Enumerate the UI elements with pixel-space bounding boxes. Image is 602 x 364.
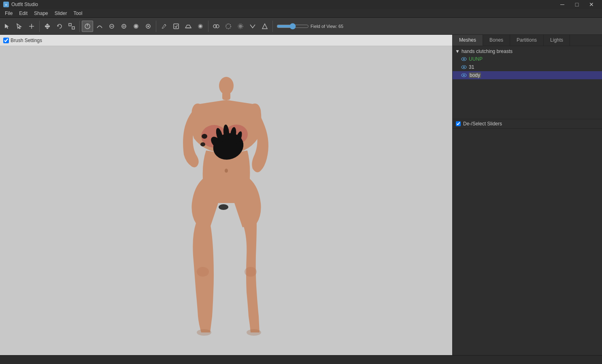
transform-tool-button[interactable] <box>14 21 25 32</box>
move-brush-button[interactable] <box>118 21 130 32</box>
vertex-color-button[interactable] <box>211 21 222 32</box>
minimize-button[interactable]: ─ <box>555 0 570 9</box>
smooth-tool-button[interactable] <box>94 21 105 32</box>
menu-bar: File Edit Shape Slider Tool <box>0 9 602 18</box>
sliders-panel: De-/Select Sliders <box>453 119 602 364</box>
tree-item-label-31: 31 <box>469 64 474 70</box>
tab-bones[interactable]: Bones <box>483 35 510 46</box>
rotate-tool-button[interactable] <box>54 21 65 32</box>
color-brush-button[interactable] <box>130 21 142 32</box>
toolbar-separator-4 <box>208 21 208 32</box>
toolbar-separator-1 <box>39 21 40 32</box>
svg-rect-8 <box>69 23 71 26</box>
svg-marker-7 <box>57 25 59 27</box>
svg-point-35 <box>197 267 209 277</box>
svg-point-26 <box>216 25 219 28</box>
app-icon: O <box>3 2 9 7</box>
tree-root-label: hands clutching breasts <box>462 49 513 54</box>
deflate-tool-button[interactable] <box>106 21 117 32</box>
svg-marker-3 <box>17 24 21 29</box>
tree-expand-arrow: ▼ <box>455 49 460 54</box>
toolbar-separator-5 <box>272 21 273 32</box>
brush-tool-button[interactable] <box>82 21 93 32</box>
svg-text:O: O <box>5 4 7 6</box>
panel-tabs: Meshes Bones Partitions Lights <box>453 35 602 46</box>
svg-point-54 <box>463 74 465 76</box>
toolbar-separator-3 <box>156 21 156 32</box>
brush-settings-bar: Brush Settings <box>0 35 452 46</box>
status-bar <box>0 355 602 364</box>
toolbar-separator-2 <box>79 21 80 32</box>
select-tool-button[interactable] <box>2 21 13 32</box>
tab-meshes[interactable]: Meshes <box>453 35 483 46</box>
svg-point-37 <box>225 169 228 173</box>
tree-item-31[interactable]: 31 <box>453 63 602 71</box>
brush-settings-checkbox[interactable] <box>3 38 9 43</box>
mask-select-button[interactable] <box>223 21 234 32</box>
svg-rect-32 <box>222 92 230 100</box>
point-tool-button[interactable] <box>259 21 270 32</box>
pivot-tool-button[interactable] <box>26 21 37 32</box>
viewport[interactable]: Brush Settings <box>0 35 452 364</box>
mesh-tree: ▼ hands clutching breasts UUNP 31 <box>453 46 602 119</box>
svg-marker-2 <box>5 24 9 29</box>
svg-marker-5 <box>46 23 49 25</box>
move-tool-button[interactable] <box>42 21 53 32</box>
figure-svg <box>170 74 283 336</box>
menu-file[interactable]: File <box>2 10 16 17</box>
visibility-icon-31[interactable] <box>461 64 467 70</box>
svg-point-18 <box>147 25 149 27</box>
window-title: Outfit Studio <box>11 2 38 7</box>
pencil-tool-button[interactable] <box>158 21 170 32</box>
menu-edit[interactable]: Edit <box>16 10 31 17</box>
svg-point-47 <box>197 329 211 336</box>
scale-tool-button[interactable] <box>66 21 77 32</box>
fov-label: Field of View: 65 <box>311 24 343 29</box>
tree-item-label-uunp: UUNP <box>469 56 483 62</box>
maximize-button[interactable]: □ <box>570 0 584 9</box>
menu-slider[interactable]: Slider <box>51 10 70 17</box>
svg-point-24 <box>199 25 202 28</box>
svg-marker-30 <box>262 24 267 29</box>
tree-root-item[interactable]: ▼ hands clutching breasts <box>453 48 602 55</box>
toolbar: Field of View: 65 <box>0 18 602 35</box>
erase-mask-button[interactable] <box>183 21 194 32</box>
deselect-sliders-checkbox[interactable] <box>456 121 461 126</box>
mask-tool-button[interactable] <box>170 21 182 32</box>
main-layout: Brush Settings <box>0 35 602 364</box>
svg-point-28 <box>239 25 242 28</box>
svg-point-46 <box>219 204 228 210</box>
tab-partitions[interactable]: Partitions <box>510 35 544 46</box>
expand-selection-button[interactable] <box>235 21 246 32</box>
figure-container <box>0 46 452 364</box>
fov-slider[interactable] <box>277 23 309 30</box>
tree-item-body[interactable]: body <box>453 71 602 79</box>
svg-marker-6 <box>46 28 49 29</box>
svg-rect-20 <box>174 24 179 29</box>
tree-item-uunp[interactable]: UUNP <box>453 55 602 63</box>
svg-point-48 <box>247 329 261 336</box>
tree-item-label-body: body <box>469 72 481 78</box>
visibility-icon-uunp[interactable] <box>461 56 467 62</box>
svg-line-19 <box>165 24 166 25</box>
svg-point-27 <box>226 24 231 29</box>
inflate-tool-button[interactable] <box>195 21 206 32</box>
svg-point-45 <box>200 142 205 146</box>
svg-point-52 <box>463 66 465 68</box>
svg-marker-21 <box>185 25 191 28</box>
svg-point-16 <box>135 25 137 28</box>
right-panel: Meshes Bones Partitions Lights ▼ hands c… <box>452 35 602 364</box>
menu-tool[interactable]: Tool <box>70 10 85 17</box>
menu-shape[interactable]: Shape <box>31 10 51 17</box>
sliders-title: De-/Select Sliders <box>463 121 502 127</box>
tab-lights[interactable]: Lights <box>544 35 570 46</box>
svg-rect-4 <box>45 25 50 27</box>
sliders-header: De-/Select Sliders <box>453 119 602 129</box>
fov-slider-container: Field of View: 65 <box>277 23 343 30</box>
visibility-icon-body[interactable] <box>461 72 467 78</box>
window-controls[interactable]: ─ □ ✕ <box>555 0 599 9</box>
svg-point-50 <box>463 58 465 60</box>
close-button[interactable]: ✕ <box>584 0 599 9</box>
weight-brush-button[interactable] <box>143 21 154 32</box>
flip-tool-button[interactable] <box>247 21 258 32</box>
